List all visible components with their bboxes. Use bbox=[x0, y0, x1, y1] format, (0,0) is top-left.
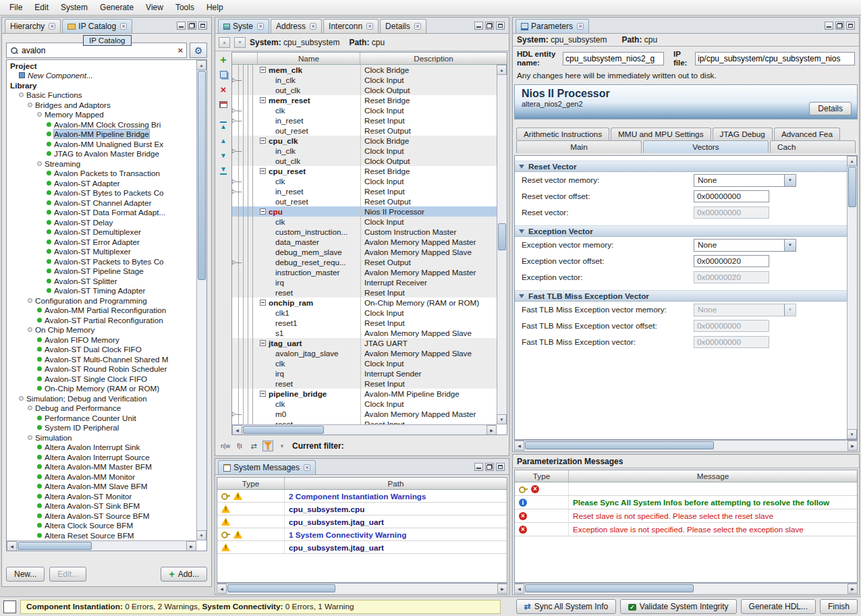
system-table-row[interactable]: ▷— clk Clock Input bbox=[232, 358, 497, 368]
system-table-row[interactable]: ▷— in_reset Reset Input bbox=[232, 115, 497, 125]
scroll-right-button[interactable]: ▶ bbox=[848, 584, 858, 594]
tree-item[interactable]: System ID Peripheral bbox=[7, 423, 196, 433]
connections-cell[interactable]: ▷— bbox=[232, 206, 258, 217]
connections-cell[interactable]: ▷— bbox=[232, 136, 258, 146]
tree-item[interactable]: Avalon-ST Multi-Channel Shared M bbox=[7, 354, 196, 364]
system-table-row[interactable]: ▷— out_clk Clock Output bbox=[232, 156, 497, 166]
tree-item[interactable]: Avalon-ST Error Adapter bbox=[7, 237, 196, 247]
message-row[interactable]: 1 System Connectivity Warning bbox=[217, 528, 507, 541]
connections-cell[interactable]: ▷— bbox=[232, 125, 258, 136]
tree-item[interactable]: On Chip Memory bbox=[7, 325, 196, 335]
name-cell[interactable]: out_clk bbox=[258, 156, 360, 166]
tree-item[interactable]: Library bbox=[7, 80, 196, 90]
message-row[interactable]: cpu_subsystem.jtag_uart bbox=[217, 515, 507, 528]
tree-item[interactable]: Project bbox=[7, 61, 196, 71]
name-cell[interactable]: in_reset bbox=[258, 115, 360, 125]
hdl-entity-input[interactable] bbox=[563, 52, 664, 65]
tab-close-icon[interactable]: × bbox=[366, 23, 373, 30]
add-component-button[interactable]: +Add... bbox=[161, 567, 207, 582]
description-column-header[interactable]: Description bbox=[360, 53, 507, 64]
tree-item[interactable]: Streaming bbox=[7, 159, 196, 169]
float-icon[interactable] bbox=[835, 22, 844, 30]
new-component-button[interactable]: New... bbox=[6, 567, 45, 582]
system-table-row[interactable]: ▷— mem_reset Reset Bridge bbox=[232, 95, 497, 105]
tree-item[interactable]: Altera Avalon-MM Master BFM bbox=[7, 462, 196, 472]
export-stub-icon[interactable]: ▷— bbox=[232, 148, 242, 154]
tab-close-icon[interactable]: × bbox=[257, 23, 264, 30]
tree-item[interactable]: Avalon-ST Bytes to Packets Co bbox=[7, 188, 196, 198]
tab-close-icon[interactable]: × bbox=[304, 464, 310, 471]
statusbar-button[interactable]: Sync All System Info bbox=[516, 599, 616, 614]
scrollbar-thumb[interactable] bbox=[498, 223, 506, 250]
tree-item[interactable]: Altera Avalon-ST Sink BFM bbox=[7, 501, 196, 511]
system-table-row[interactable]: ▷— debug_reset_requ... Reset Output bbox=[232, 257, 497, 267]
tree-item[interactable]: Avalon Packets to Transaction bbox=[7, 169, 196, 179]
scrollbar-thumb[interactable] bbox=[848, 167, 856, 207]
name-cell[interactable]: cpu bbox=[258, 206, 360, 217]
name-cell[interactable]: out_reset bbox=[258, 125, 360, 136]
collapse-icon[interactable] bbox=[260, 340, 266, 346]
name-cell[interactable]: reset bbox=[258, 419, 360, 424]
statusbar-button[interactable]: Generate HDL... bbox=[741, 599, 816, 614]
message-path-cell[interactable]: cpu_subsystem.cpu bbox=[285, 503, 507, 515]
connections-cell[interactable]: ▷— bbox=[232, 277, 258, 287]
tree-item[interactable]: Debug and Performance bbox=[7, 403, 196, 414]
scrollbar-thumb[interactable] bbox=[18, 542, 92, 550]
system-table-row[interactable]: ▷— onchip_ram On-Chip Memory (RAM or ROM… bbox=[232, 298, 497, 308]
system-table-row[interactable]: ▷— data_master Avalon Memory Mapped Mast… bbox=[232, 237, 497, 247]
columns-button[interactable] bbox=[218, 99, 229, 110]
connections-column-header[interactable] bbox=[232, 53, 258, 64]
statusbar-button[interactable]: Finish bbox=[820, 599, 858, 614]
system-table-row[interactable]: ▷— cpu_reset Reset Bridge bbox=[232, 166, 497, 176]
name-cell[interactable]: clk bbox=[258, 399, 360, 409]
name-cell[interactable]: avalon_jtag_slave bbox=[258, 348, 360, 358]
connections-cell[interactable]: ▷— bbox=[232, 257, 258, 267]
connections-cell[interactable]: ▷— bbox=[232, 186, 258, 196]
statusbar-button[interactable]: Validate System Integrity bbox=[620, 599, 736, 614]
scrollbar-thumb[interactable] bbox=[243, 426, 324, 434]
message-row[interactable]: Reset slave is not specified. Please sel… bbox=[515, 509, 857, 523]
tree-item[interactable]: Avalon-ST Multiplexer bbox=[7, 247, 196, 257]
ip-file-input[interactable] bbox=[695, 52, 855, 65]
tree-toggle-icon[interactable] bbox=[19, 92, 24, 97]
system-table-row[interactable]: ▷— clk1 Clock Input bbox=[232, 308, 497, 318]
export-stub-icon[interactable]: ▷— bbox=[232, 260, 242, 265]
name-cell[interactable]: data_master bbox=[258, 237, 360, 247]
tab-parameters[interactable]: Parameters × bbox=[516, 19, 589, 33]
scroll-left-button[interactable]: ◀ bbox=[7, 541, 17, 551]
message-row[interactable]: 2 Component Instantiation Warnings bbox=[217, 490, 507, 503]
export-stub-icon[interactable]: ▷— bbox=[232, 412, 242, 417]
tree-toggle-icon[interactable] bbox=[28, 435, 32, 440]
connections-cell[interactable]: ▷— bbox=[232, 105, 258, 115]
tab-system-messages[interactable]: System Messages × bbox=[218, 460, 316, 474]
name-cell[interactable]: reset bbox=[258, 379, 360, 389]
connections-cell[interactable]: ▷— bbox=[232, 85, 258, 95]
system-table-row[interactable]: ▷— jtag_uart JTAG UART bbox=[232, 338, 497, 348]
name-cell[interactable]: debug_mem_slave bbox=[258, 247, 360, 257]
system-table-row[interactable]: ▷— in_clk Clock Input bbox=[232, 75, 497, 85]
scrollbar-thumb[interactable] bbox=[227, 584, 335, 592]
system-table-row[interactable]: ▷— clk Clock Input bbox=[232, 105, 497, 115]
section-header-reset-vector[interactable]: Reset Vector bbox=[515, 161, 847, 172]
parameter-tab[interactable]: Arithmetic Instructions bbox=[516, 128, 609, 140]
connections-cell[interactable]: ▷— bbox=[232, 176, 258, 186]
key-icon[interactable] bbox=[221, 532, 230, 537]
name-cell[interactable]: cpu_reset bbox=[258, 166, 360, 176]
tab-close-icon[interactable]: × bbox=[310, 23, 316, 30]
connections-cell[interactable]: ▷— bbox=[232, 409, 258, 419]
name-cell[interactable]: instruction_master bbox=[258, 267, 360, 277]
connections-cell[interactable]: ▷— bbox=[232, 156, 258, 166]
tree-horizontal-scrollbar[interactable]: ◀ ▶ bbox=[7, 540, 196, 551]
scrollbar-thumb[interactable] bbox=[525, 584, 694, 592]
tree-item[interactable]: Memory Mapped bbox=[7, 110, 196, 120]
name-column-header[interactable]: Name bbox=[258, 53, 360, 64]
message-text-cell[interactable]: Please Sync All System Infos before atte… bbox=[569, 496, 857, 509]
tree-toggle-icon[interactable] bbox=[28, 327, 32, 332]
parameter-dropdown[interactable]: None▼ bbox=[694, 304, 796, 316]
system-table-row[interactable]: ▷— custom_instruction... Custom Instruct… bbox=[232, 227, 497, 237]
connections-cell[interactable]: ▷— bbox=[232, 267, 258, 277]
tab-close-icon[interactable]: × bbox=[49, 23, 55, 30]
system-table-row[interactable]: ▷— cpu Nios II Processor bbox=[232, 206, 497, 217]
tree-item[interactable]: Altera Avalon-ST Source BFM bbox=[7, 511, 196, 521]
tree-toggle-icon[interactable] bbox=[28, 103, 32, 107]
